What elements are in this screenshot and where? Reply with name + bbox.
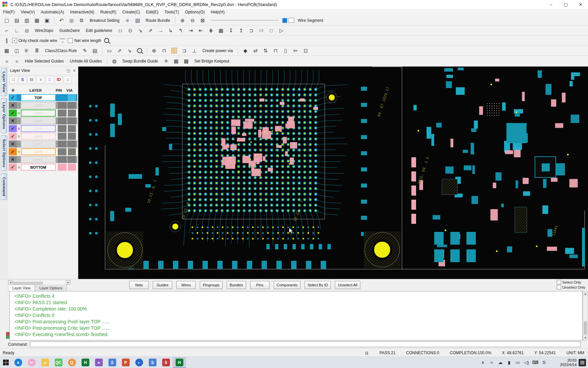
layer-via-color[interactable] [68, 140, 76, 148]
layer-via-color[interactable] [68, 94, 76, 101]
panel-tab-layer-view[interactable]: Layer View [8, 285, 35, 291]
layer-via-color[interactable] [68, 164, 76, 171]
set-bridge-keepout-button[interactable]: Set Bridge Keepout [192, 59, 232, 64]
zoom-slider[interactable] [211, 20, 278, 21]
only-check-route-wire-checkbox[interactable]: ✓Only check route wire [12, 38, 57, 43]
sogou-tray-icon[interactable]: S [540, 357, 548, 368]
hide-selected-guides-button[interactable]: Hide Selected Guides [22, 59, 66, 64]
segment-gap-icon[interactable]: (-) [116, 26, 125, 35]
inspect-board-icon[interactable] [135, 46, 144, 55]
keepout-region-icon[interactable]: ⊡ [301, 46, 310, 55]
components-button[interactable]: Components [274, 281, 301, 289]
touchpad-icon[interactable]: ▭ [513, 357, 522, 368]
bend-down-icon[interactable]: ↳ [166, 26, 175, 35]
layer-visibility-toggle[interactable]: ✕ [9, 102, 17, 109]
layer-pin-color[interactable] [58, 164, 66, 171]
menu-view-v-[interactable]: View(V) [18, 10, 38, 14]
taskbar-edge-browser[interactable]: e [11, 357, 25, 368]
edit-rule-icon[interactable]: ✎ [80, 46, 90, 55]
layer-visibility-toggle[interactable]: ✕ [9, 117, 17, 124]
menu-tools-t-[interactable]: Tools(T) [162, 10, 182, 14]
grid-light-icon[interactable]: ▦ [172, 57, 181, 66]
zoom-fit-icon[interactable]: ⊠ [198, 16, 207, 25]
search-net-icon[interactable] [102, 36, 111, 45]
layer-name-lay2[interactable]: LAY2 [21, 102, 56, 109]
layer-pin-color[interactable] [58, 102, 66, 109]
detect-wire-icon[interactable]: detect⌣ [58, 36, 67, 45]
via-region-icon[interactable] [170, 46, 179, 55]
taskbar-snipping-tool[interactable]: ✂ [25, 357, 38, 368]
rule-list-icon[interactable]: ▤ [90, 46, 100, 55]
menu-help-h-[interactable]: Help(H) [208, 10, 228, 14]
taskbar-powerpoint[interactable]: P [119, 357, 132, 368]
align-left-icon[interactable]: ⇤ [196, 26, 206, 35]
layer-visibility-toggle[interactable]: ✓ [9, 164, 17, 171]
wire-segment-toggle-box[interactable] [288, 18, 294, 23]
select-by-id-button[interactable]: Select By ID [305, 281, 331, 289]
pull-up-icon[interactable]: ↥ [236, 26, 246, 35]
shove-wire-icon[interactable]: ⇗ [146, 26, 155, 35]
menu-automatic-a-[interactable]: Automatic(A) [38, 10, 67, 14]
via-fence-icon[interactable]: ⊐ [180, 46, 189, 55]
layer-name-lay4[interactable]: LAY4 [21, 117, 56, 124]
id-label-icon[interactable]: ID [55, 76, 63, 83]
class2class-rule-button[interactable]: Class2Class Rule [42, 48, 80, 53]
create-power-via-button[interactable]: Create power via [200, 48, 236, 53]
layer-pin-color[interactable] [58, 94, 66, 101]
import-board-icon[interactable]: ▥ [22, 16, 32, 25]
tune-route-icon[interactable]: ⊐ [246, 26, 256, 35]
menu-interactive-n-[interactable]: Interactive(N) [67, 10, 97, 14]
minimize-button[interactable]: – [544, 0, 558, 9]
pcb-canvas[interactable]: 10.22. 0. T04. 07 1029.172022. 04. 1 A11… [78, 67, 588, 279]
ime-icon[interactable]: ⌨ [531, 357, 540, 368]
play-route-icon[interactable]: ▷ [277, 26, 286, 35]
measure-down-icon[interactable]: ⇘ [125, 46, 134, 55]
via-stitch-icon[interactable]: ⊥ [190, 46, 199, 55]
layer-pin-color[interactable] [58, 125, 66, 132]
select-only-checkbox[interactable]: Select Only [557, 280, 581, 284]
route-bundle-button[interactable]: Route Bundle [143, 18, 173, 23]
breakout-gear-icon[interactable]: ⚙ [77, 16, 86, 25]
via-span-icon[interactable]: ⊓ [160, 46, 169, 55]
layer-name-bottom[interactable]: BOTTOM [21, 164, 56, 171]
layer-visibility-toggle[interactable]: ✓ [9, 125, 17, 132]
pair-rule-icon[interactable]: ⊪ [22, 46, 32, 55]
auto-route-icon[interactable]: ◎ [67, 16, 76, 25]
route-sliders-icon[interactable]: ≡ [123, 16, 132, 25]
move-route-icon[interactable]: → [156, 26, 165, 35]
guide2wire-button[interactable]: Guide2wire [57, 28, 83, 33]
dock-tab-layer-view[interactable]: Layer View [1, 68, 7, 96]
taskbar-heropcb-active[interactable]: H [173, 357, 186, 368]
menu-create-c-[interactable]: Create(C) [119, 10, 143, 14]
layer-visibility-toggle[interactable]: ✕ [9, 156, 17, 163]
layer-name-lay5[interactable]: LAY5 [21, 125, 56, 132]
save-board-icon[interactable]: ▦ [32, 16, 42, 25]
scroll-left-icon[interactable]: ◂ [8, 280, 13, 285]
pin-pair-check-icon[interactable]: ∥ [2, 36, 11, 45]
volume-icon[interactable]: ◁) [522, 357, 531, 368]
layer-visibility-toggle[interactable]: ✓ [9, 110, 17, 117]
menu-edit-e-[interactable]: Edit(E) [143, 10, 162, 14]
dock-tab-select-options[interactable]: Select Options [1, 135, 7, 171]
tray-chevron-icon[interactable]: ∧ [479, 357, 487, 368]
layer-name-lay7[interactable]: LAY7 [21, 140, 56, 148]
network-icon[interactable]: ≈ [487, 357, 496, 368]
layer-copy-icon[interactable]: ◫ [12, 46, 21, 55]
bundles-button[interactable]: Bundles [227, 281, 246, 289]
anchor-via-icon[interactable]: ◆ [240, 46, 250, 55]
wire-segment-toggle[interactable] [282, 18, 287, 23]
layer-pin-color[interactable] [58, 110, 66, 117]
s-route-icon[interactable]: S [18, 76, 27, 83]
taskbar-s-app-1[interactable]: S [105, 357, 119, 368]
layer-name-lay8[interactable]: LAY8 [21, 148, 56, 155]
route-spiral-icon[interactable]: ◎ [22, 26, 32, 35]
close-button[interactable]: ✕ [573, 0, 588, 9]
grid-settings-icon[interactable]: ▦ [2, 46, 11, 55]
swap-horizontal-icon[interactable]: ⇄ [251, 46, 260, 55]
add-via-icon[interactable]: ⊙ [126, 26, 135, 35]
layer-via-color[interactable] [68, 148, 76, 155]
grid-route-icon[interactable]: ▦ [216, 26, 226, 35]
layer-visibility-toggle[interactable]: ✕ [9, 140, 17, 148]
layer-via-color[interactable] [68, 117, 76, 124]
pen-icon[interactable]: ▮ [505, 357, 513, 368]
